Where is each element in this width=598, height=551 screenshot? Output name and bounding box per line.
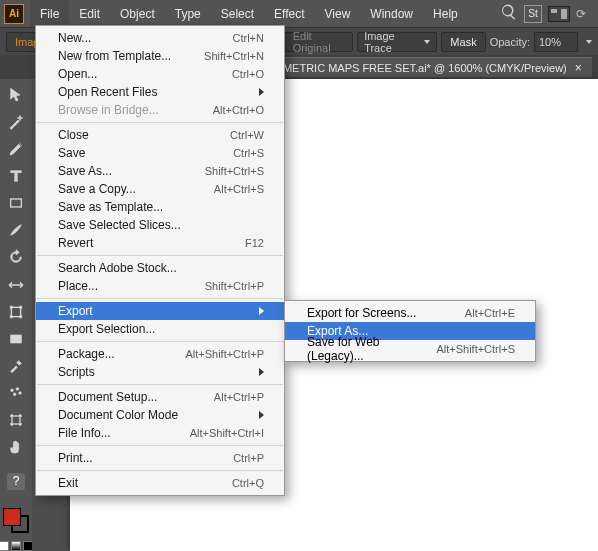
menu-file[interactable]: File bbox=[30, 0, 69, 27]
stock-icon[interactable]: St bbox=[524, 5, 542, 23]
menu-exit[interactable]: ExitCtrl+Q bbox=[36, 474, 284, 492]
menu-save-slices[interactable]: Save Selected Slices... bbox=[36, 216, 284, 234]
file-menu-dropdown: New...Ctrl+N New from Template...Shift+C… bbox=[35, 25, 285, 496]
menu-document-setup[interactable]: Document Setup...Alt+Ctrl+P bbox=[36, 388, 284, 406]
svg-point-3 bbox=[19, 306, 22, 309]
menu-export[interactable]: Export bbox=[36, 302, 284, 320]
menu-effect[interactable]: Effect bbox=[264, 0, 314, 27]
search-icon[interactable] bbox=[500, 3, 518, 24]
chevron-right-icon bbox=[259, 411, 264, 419]
menu-edit[interactable]: Edit bbox=[69, 0, 110, 27]
tab-close-icon[interactable]: × bbox=[575, 61, 582, 75]
free-transform-tool-icon[interactable] bbox=[4, 300, 28, 323]
opacity-label: Opacity: bbox=[490, 36, 530, 48]
gradient-tool-icon[interactable] bbox=[4, 327, 28, 350]
help-icon[interactable]: ? bbox=[7, 473, 25, 490]
app-logo-icon: Ai bbox=[4, 4, 24, 24]
menu-open[interactable]: Open...Ctrl+O bbox=[36, 65, 284, 83]
image-trace-button[interactable]: Image Trace bbox=[357, 32, 437, 52]
menu-scripts[interactable]: Scripts bbox=[36, 363, 284, 381]
menu-package[interactable]: Package...Alt+Shift+Ctrl+P bbox=[36, 345, 284, 363]
menu-place[interactable]: Place...Shift+Ctrl+P bbox=[36, 277, 284, 295]
pen-tool-icon[interactable] bbox=[4, 137, 28, 160]
color-mode-row[interactable] bbox=[0, 541, 33, 551]
menu-window[interactable]: Window bbox=[360, 0, 423, 27]
menu-print[interactable]: Print...Ctrl+P bbox=[36, 449, 284, 467]
menu-save[interactable]: SaveCtrl+S bbox=[36, 144, 284, 162]
menu-export-selection[interactable]: Export Selection... bbox=[36, 320, 284, 338]
artboard-tool-icon[interactable] bbox=[4, 409, 28, 432]
menu-select[interactable]: Select bbox=[211, 0, 264, 27]
chevron-right-icon bbox=[259, 368, 264, 376]
workspace-layout-button[interactable] bbox=[548, 6, 570, 22]
svg-point-4 bbox=[10, 315, 13, 318]
svg-point-8 bbox=[16, 388, 19, 391]
document-tab-title: ISOMETRIC MAPS FREE SET.ai* @ 1600% (CMY… bbox=[264, 62, 567, 74]
chevron-down-icon bbox=[424, 40, 430, 44]
menu-close[interactable]: CloseCtrl+W bbox=[36, 126, 284, 144]
menu-new-from-template[interactable]: New from Template...Shift+Ctrl+N bbox=[36, 47, 284, 65]
svg-rect-11 bbox=[12, 416, 20, 424]
menubar: Ai File Edit Object Type Select Effect V… bbox=[0, 0, 598, 27]
type-tool-icon[interactable] bbox=[4, 164, 28, 187]
hand-tool-icon[interactable] bbox=[4, 436, 28, 459]
menu-revert[interactable]: RevertF12 bbox=[36, 234, 284, 252]
menu-save-as[interactable]: Save As...Shift+Ctrl+S bbox=[36, 162, 284, 180]
menu-type[interactable]: Type bbox=[165, 0, 211, 27]
menu-document-color-mode[interactable]: Document Color Mode bbox=[36, 406, 284, 424]
menu-new[interactable]: New...Ctrl+N bbox=[36, 29, 284, 47]
tools-panel: ? bbox=[0, 79, 32, 551]
svg-point-10 bbox=[19, 392, 22, 395]
mask-button[interactable]: Mask bbox=[441, 32, 485, 52]
svg-point-7 bbox=[11, 389, 14, 392]
menu-view[interactable]: View bbox=[315, 0, 361, 27]
menu-save-template[interactable]: Save as Template... bbox=[36, 198, 284, 216]
opacity-input[interactable] bbox=[534, 32, 578, 52]
menu-save-copy[interactable]: Save a Copy...Alt+Ctrl+S bbox=[36, 180, 284, 198]
chevron-right-icon bbox=[259, 88, 264, 96]
menu-browse-bridge: Browse in Bridge...Alt+Ctrl+O bbox=[36, 101, 284, 119]
svg-rect-0 bbox=[11, 199, 22, 207]
chevron-right-icon bbox=[259, 307, 264, 315]
eyedropper-tool-icon[interactable] bbox=[4, 354, 28, 377]
menu-export-for-screens[interactable]: Export for Screens...Alt+Ctrl+E bbox=[285, 304, 535, 322]
menu-open-recent[interactable]: Open Recent Files bbox=[36, 83, 284, 101]
svg-rect-1 bbox=[11, 307, 20, 316]
menu-save-for-web[interactable]: Save for Web (Legacy)...Alt+Shift+Ctrl+S bbox=[285, 340, 535, 358]
symbol-sprayer-tool-icon[interactable] bbox=[4, 382, 28, 405]
paintbrush-tool-icon[interactable] bbox=[4, 219, 28, 242]
menu-object[interactable]: Object bbox=[110, 0, 165, 27]
fill-stroke-swatch[interactable] bbox=[3, 508, 29, 533]
svg-point-5 bbox=[19, 315, 22, 318]
rectangle-tool-icon[interactable] bbox=[4, 192, 28, 215]
export-submenu: Export for Screens...Alt+Ctrl+E Export A… bbox=[284, 300, 536, 362]
svg-point-2 bbox=[10, 306, 13, 309]
chevron-down-icon[interactable] bbox=[586, 40, 592, 44]
menu-help[interactable]: Help bbox=[423, 0, 468, 27]
selection-tool-icon[interactable] bbox=[4, 83, 28, 106]
menu-search-stock[interactable]: Search Adobe Stock... bbox=[36, 259, 284, 277]
svg-point-9 bbox=[13, 393, 16, 396]
magic-wand-tool-icon[interactable] bbox=[4, 110, 28, 133]
svg-rect-6 bbox=[11, 335, 22, 343]
rotate-tool-icon[interactable] bbox=[4, 246, 28, 269]
document-tab[interactable]: ISOMETRIC MAPS FREE SET.ai* @ 1600% (CMY… bbox=[254, 57, 592, 77]
sync-icon[interactable]: ⟳ bbox=[576, 7, 586, 21]
edit-original-button[interactable]: Edit Original bbox=[284, 32, 353, 52]
width-tool-icon[interactable] bbox=[4, 273, 28, 296]
menu-file-info[interactable]: File Info...Alt+Shift+Ctrl+I bbox=[36, 424, 284, 442]
